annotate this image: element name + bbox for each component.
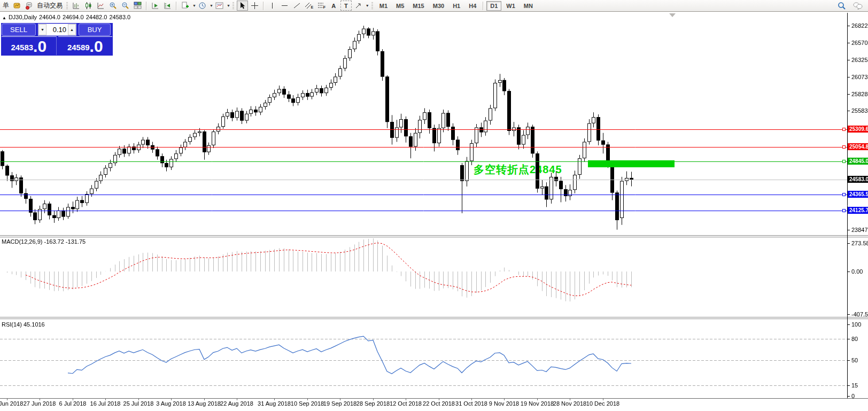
timeframe-d1[interactable]: D1 — [486, 1, 501, 11]
date-label: 9 Nov 2018 — [489, 400, 519, 407]
rsi-tick-label: 0 — [851, 393, 855, 399]
sell-button[interactable]: SELL — [2, 24, 36, 36]
collapse-panel-icon[interactable]: ▲ — [2, 15, 6, 20]
volume-stepper: ▼ ▲ — [38, 24, 76, 36]
text-tool[interactable]: A — [328, 1, 339, 11]
toolbar-separator — [176, 2, 177, 10]
timeframe-bar: M1M5M15M30H1H4D1W1MN — [375, 1, 537, 11]
macd-label: MACD(12,26,9) -163.72 -131.75 — [2, 238, 86, 245]
date-label: 10 Dec 2018 — [586, 400, 619, 407]
tile-windows-button[interactable] — [132, 1, 143, 11]
timeframe-mn[interactable]: MN — [520, 1, 537, 11]
price-tag: 24845.0 — [848, 158, 868, 165]
price-tick-label: 25583.0 — [851, 107, 868, 114]
one-click-trading-panel: SELL ▼ ▲ BUY 24583.0 24589.0 — [1, 23, 113, 56]
toolbar: 单 自动交易 ▼ ▼ ▼ — [0, 0, 868, 12]
search-icon[interactable] — [836, 1, 847, 11]
price-tick-label: 26073.0 — [851, 74, 868, 80]
crosshair-tool-button[interactable] — [249, 1, 260, 11]
timeframe-m5[interactable]: M5 — [392, 1, 408, 11]
volume-decrease-button[interactable]: ▼ — [38, 24, 46, 35]
new-order-button[interactable]: 单 — [3, 1, 9, 10]
rsi-tick-label: 50 — [851, 357, 858, 363]
fibonacci-glyph: F — [323, 5, 326, 9]
chart-shift-button[interactable] — [162, 1, 173, 11]
line-chart-button[interactable] — [95, 1, 106, 11]
volume-increase-button[interactable]: ▲ — [68, 24, 76, 35]
date-label: 22 Oct 2018 — [423, 400, 455, 407]
autotrading-icon[interactable] — [24, 1, 35, 11]
price-tick-label: 25828.0 — [851, 91, 868, 97]
timeframe-m1[interactable]: M1 — [376, 1, 391, 11]
timeframe-h4[interactable]: H4 — [465, 1, 480, 11]
price-tag: 24125.7 — [848, 207, 868, 214]
toolbar-separator — [483, 2, 484, 10]
date-label: 28 Nov 2018 — [553, 400, 586, 407]
chart-canvas[interactable] — [0, 0, 868, 411]
price-tick-label: 26570.0 — [851, 40, 868, 46]
equidistant-channel-tool[interactable]: E — [304, 1, 315, 11]
horizontal-line-tool[interactable] — [279, 1, 290, 11]
price-tick-label: 26325.0 — [851, 57, 868, 63]
buy-price[interactable]: 24589.0 — [58, 36, 113, 55]
label-glyph: T — [344, 3, 348, 9]
rsi-label: RSI(14) 45.1016 — [2, 321, 45, 328]
timeframe-m15[interactable]: M15 — [409, 1, 428, 11]
timeframe-w1[interactable]: W1 — [502, 1, 519, 11]
date-label: 12 Oct 2018 — [390, 400, 422, 407]
add-indicator-button[interactable] — [180, 1, 191, 11]
date-label: 31 Oct 2018 — [455, 400, 487, 407]
chat-icon[interactable] — [852, 1, 863, 11]
date-label: 18 Jun 2018 — [0, 400, 23, 407]
date-label: 19 Sep 2018 — [323, 400, 356, 407]
timeframe-h1[interactable]: H1 — [449, 1, 464, 11]
ohlc-low: 24482.0 — [86, 14, 107, 20]
arrows-tool[interactable] — [353, 1, 364, 11]
rsi-value: 45.1016 — [24, 321, 45, 328]
toolbar-separator — [263, 2, 264, 10]
date-label: 6 Jul 2018 — [59, 400, 87, 407]
macd-tick-label: 273.58 — [851, 240, 868, 246]
timeframe-m30[interactable]: M30 — [429, 1, 448, 11]
price-tick-label: 26822.0 — [851, 22, 868, 29]
date-label: 27 Jun 2018 — [24, 400, 56, 407]
ohlc-open: 24604.0 — [39, 14, 60, 20]
auto-scroll-button[interactable] — [150, 1, 161, 11]
sell-price[interactable]: 24583.0 — [2, 36, 57, 55]
price-tag: 25054.8 — [848, 143, 868, 150]
toolbar-grip[interactable] — [66, 2, 68, 10]
arrows-caret[interactable]: ▼ — [366, 4, 369, 7]
rsi-tick-label: 100 — [851, 321, 861, 328]
vertical-line-tool[interactable] — [267, 1, 278, 11]
zoom-in-button[interactable] — [107, 1, 119, 11]
macd-tick-label: -407.52 — [851, 311, 868, 317]
bar-chart-button[interactable] — [71, 1, 82, 11]
price-tick-label: 23847.0 — [851, 227, 868, 233]
buy-price-main: 24589 — [67, 41, 90, 55]
periods-button[interactable] — [197, 1, 208, 11]
add-indicator-caret[interactable]: ▼ — [192, 4, 196, 7]
current-price-tag: 24583.0 — [848, 176, 868, 183]
buy-button[interactable]: BUY — [79, 24, 111, 36]
price-tag: 25309.6 — [848, 126, 868, 133]
rsi-tick-label: 15 — [851, 382, 858, 389]
chart-shift-marker-icon[interactable] — [669, 13, 676, 17]
autotrading-label[interactable]: 自动交易 — [37, 1, 63, 10]
date-label: 13 Aug 2018 — [188, 400, 221, 407]
buy-price-frac: .0 — [90, 38, 103, 55]
fibonacci-tool[interactable]: F — [316, 1, 327, 11]
cursor-tool-button[interactable] — [237, 1, 248, 11]
date-label: 10 Sep 2018 — [291, 400, 324, 407]
volume-input[interactable] — [46, 24, 68, 35]
periods-caret[interactable]: ▼ — [210, 4, 213, 7]
templates-button[interactable] — [214, 1, 225, 11]
candlestick-chart-button[interactable] — [83, 1, 94, 11]
zoom-out-button[interactable] — [120, 1, 131, 11]
text-label-tool[interactable]: T — [340, 1, 352, 11]
text-glyph: A — [331, 3, 336, 9]
market-watch-icon[interactable] — [11, 1, 22, 11]
toolbar-grip[interactable] — [232, 2, 234, 10]
toolbar-grip[interactable] — [371, 2, 373, 10]
templates-caret[interactable]: ▼ — [227, 4, 230, 7]
trendline-tool[interactable] — [291, 1, 303, 11]
